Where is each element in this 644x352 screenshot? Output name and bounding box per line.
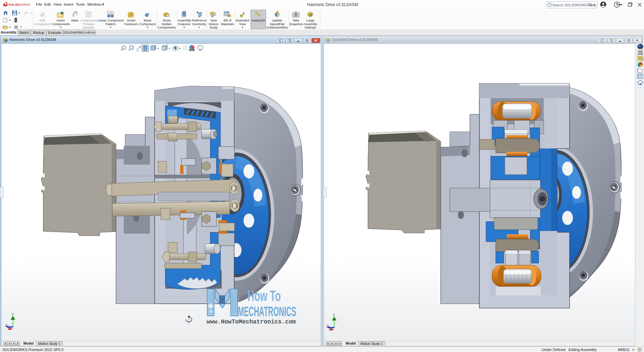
svg-text:Z: Z [326,324,329,328]
svg-text:Y: Y [11,312,14,316]
svg-text:How To: How To [248,288,281,304]
svg-text:MECHATRONICS: MECHATRONICS [238,304,296,319]
svg-text:Y: Y [333,313,335,317]
svg-text:?: ? [548,3,550,6]
svg-text:SOLIDWORKS: SOLIDWORKS [9,3,30,6]
svg-text:www.HowToMechatronics.com: www.HowToMechatronics.com [207,318,296,325]
svg-text:Z: Z [5,324,7,328]
